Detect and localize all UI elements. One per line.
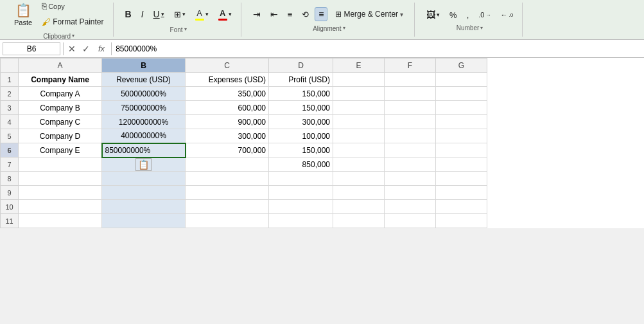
cell[interactable]: 300,000 xyxy=(186,129,269,143)
decimal-inc-button[interactable]: .0 → xyxy=(474,9,494,21)
cell[interactable]: Company B xyxy=(19,101,102,115)
cell[interactable]: 900,000 xyxy=(186,115,269,129)
cell[interactable]: 100,000 xyxy=(269,129,333,143)
cell[interactable] xyxy=(385,172,436,186)
cell[interactable] xyxy=(385,186,436,200)
cell[interactable] xyxy=(333,101,385,115)
cell[interactable]: 150,000 xyxy=(269,143,333,158)
cell[interactable] xyxy=(333,158,385,172)
row-header-3[interactable]: 3 xyxy=(1,101,19,115)
highlight-dropdown-icon[interactable]: ▾ xyxy=(205,11,209,17)
cell[interactable] xyxy=(436,158,487,172)
cell[interactable] xyxy=(269,186,333,200)
format-painter-button[interactable]: 🖌 Format Painter xyxy=(38,15,107,29)
cell[interactable]: 500000000% xyxy=(102,87,186,101)
cell[interactable] xyxy=(385,158,436,172)
image-button[interactable]: 🖼 ▾ xyxy=(422,8,444,22)
col-header-C[interactable]: C xyxy=(186,59,269,73)
cell[interactable] xyxy=(436,186,487,200)
comma-button[interactable]: , xyxy=(463,8,473,22)
cell[interactable] xyxy=(436,214,487,228)
highlight-button[interactable]: A ▾ xyxy=(191,6,213,22)
paste-button[interactable]: 📋 Paste xyxy=(10,1,36,28)
cell[interactable]: 1200000000% xyxy=(102,115,186,129)
clipboard-expand-icon[interactable]: ▾ xyxy=(72,33,74,39)
cell[interactable] xyxy=(102,200,186,214)
underline-button[interactable]: U ▾ xyxy=(150,7,168,21)
cell[interactable] xyxy=(19,200,102,214)
cell[interactable] xyxy=(269,200,333,214)
alignment-expand-icon[interactable]: ▾ xyxy=(343,25,345,31)
cell[interactable]: 600,000 xyxy=(186,101,269,115)
col-header-A[interactable]: A xyxy=(19,59,102,73)
underline-dropdown-icon[interactable]: ▾ xyxy=(161,11,164,17)
image-dropdown-icon[interactable]: ▾ xyxy=(437,12,440,18)
row-header-9[interactable]: 9 xyxy=(1,186,19,200)
cell[interactable]: Company C xyxy=(19,115,102,129)
cell[interactable] xyxy=(102,172,186,186)
cell[interactable]: Revenue (USD) xyxy=(102,73,186,87)
row-header-5[interactable]: 5 xyxy=(1,129,19,143)
cell[interactable] xyxy=(19,172,102,186)
cell[interactable] xyxy=(385,115,436,129)
number-expand-icon[interactable]: ▾ xyxy=(480,25,483,31)
cell[interactable] xyxy=(333,200,385,214)
cell[interactable]: 750000000% xyxy=(102,101,186,115)
cell[interactable] xyxy=(385,214,436,228)
cell[interactable]: 400000000% xyxy=(102,129,186,143)
cell[interactable] xyxy=(333,129,385,143)
cell[interactable] xyxy=(186,200,269,214)
font-expand-icon[interactable]: ▾ xyxy=(184,26,187,32)
cell[interactable]: 150,000 xyxy=(269,87,333,101)
cell[interactable] xyxy=(102,186,186,200)
font-color-button[interactable]: A ▾ xyxy=(214,6,236,22)
cell[interactable]: 350,000 xyxy=(186,87,269,101)
cell[interactable] xyxy=(333,73,385,87)
italic-button[interactable]: I xyxy=(137,7,148,21)
cell[interactable] xyxy=(333,143,385,158)
row-header-4[interactable]: 4 xyxy=(1,115,19,129)
cell[interactable] xyxy=(385,143,436,158)
cell[interactable]: Company Name xyxy=(19,73,102,87)
cell[interactable] xyxy=(186,214,269,228)
col-header-F[interactable]: F xyxy=(385,59,436,73)
border-dropdown-icon[interactable]: ▾ xyxy=(182,11,186,17)
cell[interactable] xyxy=(186,158,269,172)
merge-center-button[interactable]: ⊞ Merge & Center ▾ xyxy=(329,7,409,21)
cell[interactable] xyxy=(436,87,487,101)
cell[interactable] xyxy=(385,73,436,87)
cell[interactable]: Profit (USD) xyxy=(269,73,333,87)
cell[interactable] xyxy=(186,186,269,200)
cell[interactable] xyxy=(436,200,487,214)
decimal-dec-button[interactable]: ← .0 xyxy=(496,9,517,21)
col-header-D[interactable]: D xyxy=(269,59,333,73)
cell[interactable] xyxy=(333,186,385,200)
bold-button[interactable]: B xyxy=(121,7,135,21)
cell[interactable]: 300,000 xyxy=(269,115,333,129)
orientation-button[interactable]: ⟲ xyxy=(298,8,313,21)
cell[interactable] xyxy=(385,87,436,101)
col-header-row[interactable] xyxy=(1,59,19,73)
cell[interactable] xyxy=(186,172,269,186)
font-color-dropdown-icon[interactable]: ▾ xyxy=(229,11,232,17)
row-header-8[interactable]: 8 xyxy=(1,172,19,186)
indent-right-button[interactable]: ⇥ xyxy=(249,7,265,21)
col-header-G[interactable]: G xyxy=(436,59,487,73)
col-header-B[interactable]: B xyxy=(102,59,186,73)
cell[interactable] xyxy=(436,143,487,158)
border-button[interactable]: ⊞ ▾ xyxy=(170,8,189,21)
cell[interactable]: Company A xyxy=(19,87,102,101)
cell[interactable]: 850000000% xyxy=(102,143,186,158)
cell[interactable] xyxy=(269,214,333,228)
formula-confirm-icon[interactable]: ✓ xyxy=(80,43,92,55)
cell[interactable] xyxy=(385,129,436,143)
cell[interactable] xyxy=(102,214,186,228)
cell[interactable] xyxy=(333,172,385,186)
row-header-1[interactable]: 1 xyxy=(1,73,19,87)
cell[interactable]: Company D xyxy=(19,129,102,143)
indent-left-button[interactable]: ⇤ xyxy=(266,7,282,21)
row-header-2[interactable]: 2 xyxy=(1,87,19,101)
cell[interactable]: 850,000 xyxy=(269,158,333,172)
copy-button[interactable]: ⎘ Copy xyxy=(38,0,107,13)
cell[interactable]: Expenses (USD) xyxy=(186,73,269,87)
